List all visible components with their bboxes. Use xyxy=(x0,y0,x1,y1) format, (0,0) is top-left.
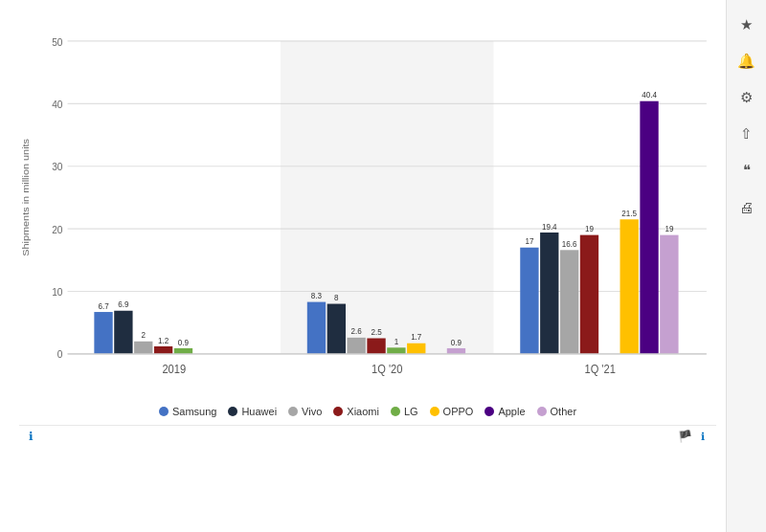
bar-samsung-1Q '20[interactable] xyxy=(307,302,326,354)
legend-dot-oppo xyxy=(430,407,439,416)
bar-label-samsung: 17 xyxy=(525,236,533,247)
legend-item-vivo: Vivo xyxy=(288,406,322,417)
legend-label-apple: Apple xyxy=(498,406,525,417)
bar-label-other: 19 xyxy=(665,224,673,234)
y-axis-title: Shipments in million units xyxy=(21,139,31,256)
legend-item-apple: Apple xyxy=(484,406,525,417)
bar-vivo-2019[interactable] xyxy=(134,342,152,354)
legend-label-samsung: Samsung xyxy=(172,406,216,417)
x-axis-label-1: 1Q '20 xyxy=(372,363,403,377)
chart-svg: 01020304050Shipments in million units6.7… xyxy=(19,19,716,392)
y-axis-label: 40 xyxy=(52,98,62,110)
bar-huawei-1Q '20[interactable] xyxy=(327,304,346,354)
legend: SamsungHuaweiVivoXiaomiLGOPPOAppleOther xyxy=(19,400,716,423)
chart-area: 01020304050Shipments in million units6.7… xyxy=(0,0,726,532)
bar-other-1Q '21[interactable] xyxy=(660,235,678,354)
legend-label-oppo: OPPO xyxy=(443,406,474,417)
print-icon[interactable]: 🖨 xyxy=(732,191,762,222)
bar-lg-1Q '20[interactable] xyxy=(387,347,405,354)
legend-label-lg: LG xyxy=(404,406,418,417)
legend-item-samsung: Samsung xyxy=(159,406,216,417)
bar-xiaomi-1Q '21[interactable] xyxy=(580,235,598,354)
flag-icon: 🏴 xyxy=(678,430,692,443)
y-axis-label: 20 xyxy=(52,223,62,235)
gear-icon[interactable]: ⚙ xyxy=(732,82,762,113)
x-axis-label-2: 1Q '21 xyxy=(584,363,616,377)
bar-label-apple: 40.4 xyxy=(642,90,657,100)
bar-label-vivo: 16.6 xyxy=(562,238,577,249)
main-container: 01020304050Shipments in million units6.7… xyxy=(0,0,766,532)
additional-info-link[interactable]: ℹ xyxy=(29,430,36,443)
legend-dot-xiaomi xyxy=(333,407,343,416)
bell-icon[interactable]: 🔔 xyxy=(732,46,762,77)
bar-label-samsung: 6.7 xyxy=(98,300,108,311)
bar-samsung-1Q '21[interactable] xyxy=(520,248,538,354)
quote-icon[interactable]: ❝ xyxy=(732,155,762,186)
bar-xiaomi-1Q '20[interactable] xyxy=(367,339,385,354)
legend-dot-other xyxy=(537,407,547,416)
legend-label-other: Other xyxy=(551,406,577,417)
bar-label-huawei: 8 xyxy=(334,293,339,303)
show-source-link[interactable]: ℹ xyxy=(698,431,705,443)
sidebar: ★🔔⚙⇧❝🖨 xyxy=(726,0,766,532)
legend-dot-vivo xyxy=(288,407,298,416)
bar-label-huawei: 6.9 xyxy=(118,299,128,310)
bar-label-samsung: 8.3 xyxy=(311,291,322,301)
bar-huawei-1Q '21[interactable] xyxy=(540,233,558,354)
legend-dot-huawei xyxy=(228,407,237,416)
bar-apple-1Q '21[interactable] xyxy=(640,101,658,354)
bar-vivo-1Q '20[interactable] xyxy=(348,338,366,354)
bar-samsung-2019[interactable] xyxy=(94,312,112,354)
bar-label-xiaomi: 19 xyxy=(585,224,594,234)
bar-vivo-1Q '21[interactable] xyxy=(560,250,578,354)
legend-dot-lg xyxy=(391,407,400,416)
bar-label-vivo: 2 xyxy=(141,330,146,341)
bar-label-oppo: 1.7 xyxy=(411,332,421,343)
footer-right: 🏴 ℹ xyxy=(672,430,705,443)
chart-wrapper: 01020304050Shipments in million units6.7… xyxy=(19,19,716,392)
share-icon[interactable]: ⇧ xyxy=(732,119,762,149)
y-axis-label: 10 xyxy=(52,285,62,298)
y-axis-label: 30 xyxy=(52,161,62,173)
bar-huawei-2019[interactable] xyxy=(114,311,132,354)
legend-item-lg: LG xyxy=(391,406,418,417)
bar-oppo-1Q '21[interactable] xyxy=(620,219,639,354)
bar-label-other: 0.9 xyxy=(451,337,462,347)
bar-label-huawei: 19.4 xyxy=(542,221,557,232)
bar-lg-2019[interactable] xyxy=(174,348,192,354)
y-axis-label: 0 xyxy=(57,348,63,361)
y-axis-label: 50 xyxy=(52,35,62,48)
bar-label-oppo: 21.5 xyxy=(621,208,637,218)
legend-label-huawei: Huawei xyxy=(241,406,277,417)
legend-item-huawei: Huawei xyxy=(228,406,277,417)
bar-label-xiaomi: 2.5 xyxy=(371,327,381,338)
info-icon: ℹ xyxy=(29,430,34,443)
legend-dot-apple xyxy=(484,407,494,416)
x-axis-label-0: 2019 xyxy=(162,363,186,377)
bar-label-lg: 0.9 xyxy=(178,337,189,347)
info-icon-2: ℹ xyxy=(701,431,705,443)
footer: ℹ 🏴 ℹ xyxy=(19,425,716,447)
bar-label-xiaomi: 1.2 xyxy=(158,335,169,345)
legend-label-vivo: Vivo xyxy=(302,406,322,417)
legend-item-oppo: OPPO xyxy=(430,406,474,417)
legend-label-xiaomi: Xiaomi xyxy=(347,406,379,417)
bar-label-lg: 1 xyxy=(394,336,399,346)
bar-oppo-1Q '20[interactable] xyxy=(407,344,425,354)
bar-label-vivo: 2.6 xyxy=(351,326,362,337)
legend-dot-samsung xyxy=(159,407,169,416)
bar-other-1Q '20[interactable] xyxy=(447,348,465,354)
legend-item-other: Other xyxy=(537,406,577,417)
star-icon[interactable]: ★ xyxy=(732,10,762,40)
bar-xiaomi-2019[interactable] xyxy=(154,346,172,354)
legend-item-xiaomi: Xiaomi xyxy=(333,406,379,417)
